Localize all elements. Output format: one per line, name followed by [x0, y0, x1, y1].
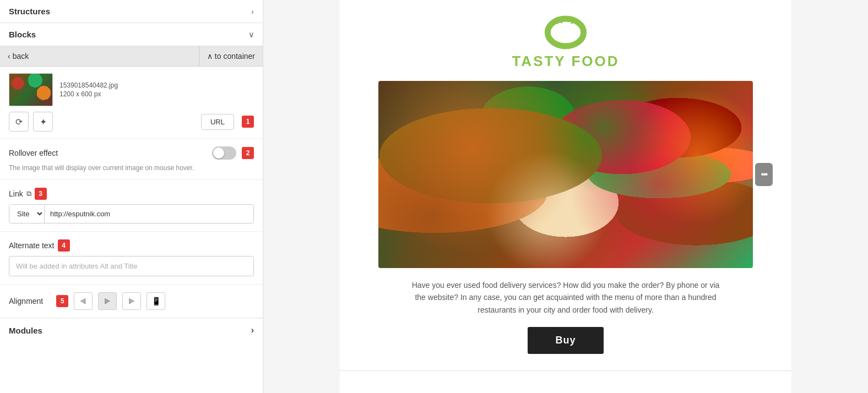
food-image	[378, 81, 753, 268]
url-button[interactable]: URL	[201, 114, 234, 130]
buy-button[interactable]: Buy	[528, 327, 603, 354]
image-preview-section: 1539018540482.jpg 1200 x 600 px ⟳ ✦ URL …	[0, 67, 263, 139]
link-type-select[interactable]: Site	[9, 205, 45, 223]
divider-line	[340, 370, 791, 371]
structures-label: Structures	[9, 7, 50, 16]
image-dimensions: 1200 x 600 px	[59, 90, 118, 98]
panel-content: 1539018540482.jpg 1200 x 600 px ⟳ ✦ URL …	[0, 67, 263, 393]
modules-label: Modules	[9, 326, 42, 335]
right-panel: TASTY FOOD ••• Have you ever used food d…	[263, 0, 868, 393]
step-badge-5: 5	[56, 295, 68, 307]
rotate-tool-button[interactable]: ⟳	[9, 112, 29, 132]
align-left-button[interactable]: ⫷	[74, 292, 93, 310]
alignment-section: Alignment 5 ⫷ ⫸ ⫸ 📱	[0, 285, 263, 318]
back-label: back	[13, 52, 29, 61]
image-filename: 1539018540482.jpg	[59, 81, 118, 89]
magic-tool-button[interactable]: ✦	[33, 112, 53, 132]
modules-header[interactable]: Modules ›	[9, 325, 254, 335]
three-dots-button[interactable]: •••	[755, 163, 773, 186]
align-right-button[interactable]: ⫸	[122, 292, 141, 310]
alt-text-section: Alternate text 4	[0, 232, 263, 285]
alt-text-input[interactable]	[9, 256, 254, 276]
rollover-row: Rollover effect 2	[9, 146, 254, 160]
link-label: Link	[9, 189, 23, 198]
donut-logo	[544, 11, 588, 50]
to-container-label: to container	[215, 52, 255, 61]
rollover-hint: The image that will display over current…	[9, 164, 254, 172]
mobile-view-button[interactable]: 📱	[147, 292, 165, 310]
alignment-row: Alignment 5 ⫷ ⫸ ⫸ 📱	[9, 292, 254, 310]
modules-chevron-icon: ›	[251, 325, 254, 335]
food-image-container: •••	[378, 81, 753, 268]
nav-bar: ‹ back ∧ to container	[0, 46, 263, 67]
description-text: Have you ever used food delivery service…	[400, 279, 731, 316]
blocks-header[interactable]: Blocks ∨	[0, 23, 263, 46]
link-input-row: Site	[9, 204, 254, 223]
svg-point-0	[547, 19, 583, 46]
alt-label: Alternate text	[9, 241, 55, 250]
rollover-label: Rollover effect	[9, 149, 58, 157]
back-button[interactable]: ‹ back	[0, 46, 199, 66]
preview-container: TASTY FOOD ••• Have you ever used food d…	[340, 0, 791, 393]
step-badge-4: 4	[58, 239, 70, 252]
blocks-label: Blocks	[9, 30, 36, 39]
image-info-row: 1539018540482.jpg 1200 x 600 px	[9, 73, 254, 106]
to-container-arrow-icon: ∧	[207, 52, 213, 61]
step-badge-1: 1	[242, 116, 254, 128]
image-thumbnail	[9, 73, 53, 106]
image-tools-row: ⟳ ✦ URL 1	[9, 112, 254, 132]
link-icon: ⧉	[26, 189, 31, 198]
alt-header: Alternate text 4	[9, 239, 254, 252]
step-badge-3: 3	[35, 188, 47, 200]
rollover-toggle-container: 2	[212, 146, 254, 160]
blocks-chevron-icon: ∨	[248, 30, 254, 39]
structures-header[interactable]: Structures ›	[0, 0, 263, 23]
modules-section: Modules ›	[0, 318, 263, 342]
link-section: Link ⧉ 3 Site	[0, 180, 263, 232]
brand-name: TASTY FOOD	[512, 53, 619, 70]
to-container-button[interactable]: ∧ to container	[199, 46, 263, 66]
rollover-section: Rollover effect 2 The image that will di…	[0, 139, 263, 180]
link-url-input[interactable]	[45, 205, 253, 222]
link-header: Link ⧉ 3	[9, 188, 254, 200]
logo-area: TASTY FOOD	[512, 0, 619, 75]
align-center-button[interactable]: ⫸	[98, 292, 117, 310]
left-panel: Structures › Blocks ∨ ‹ back ∧ to contai…	[0, 0, 263, 393]
alignment-label: Alignment	[9, 297, 43, 305]
step-badge-2: 2	[242, 147, 254, 159]
image-info: 1539018540482.jpg 1200 x 600 px	[59, 81, 118, 98]
structures-chevron-icon: ›	[251, 7, 254, 16]
back-arrow-icon: ‹	[8, 52, 10, 61]
rollover-toggle[interactable]	[212, 146, 236, 160]
